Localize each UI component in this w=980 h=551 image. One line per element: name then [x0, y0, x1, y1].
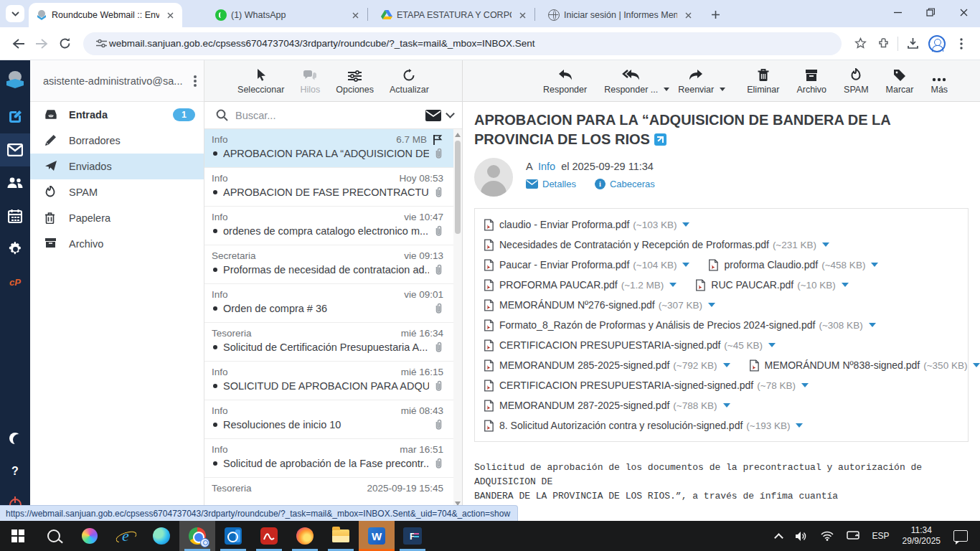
spam-button[interactable]: SPAM: [844, 67, 869, 95]
action-center-icon[interactable]: [953, 530, 968, 542]
dark-mode-moon-icon[interactable]: [0, 422, 30, 455]
message-row[interactable]: InfoHoy 08:53 APROBACION DE FASE PRECONT…: [204, 168, 462, 207]
reply-all-caret-icon[interactable]: [664, 88, 669, 91]
message-row[interactable]: Infomié 16:15 SOLICITUD DE APROBACION PA…: [204, 362, 462, 400]
volume-icon[interactable]: [795, 531, 808, 542]
firefox-button[interactable]: [287, 521, 323, 551]
delete-button[interactable]: Eliminar: [747, 67, 779, 95]
headers-link[interactable]: i Cabeceras: [595, 179, 655, 189]
compose-icon[interactable]: [0, 100, 30, 133]
wifi-icon[interactable]: [821, 531, 834, 541]
attachment-item[interactable]: Necesidades de Contratación y Recepción …: [484, 239, 829, 251]
restore-button[interactable]: [914, 0, 947, 24]
file-explorer-button[interactable]: [323, 521, 359, 551]
tab-informes[interactable]: Iniciar sesión | Informes Mensu: [541, 3, 700, 27]
attachment-item[interactable]: MEMORANDUM 287-2025-signed.pdf(~788 KB): [484, 400, 730, 412]
cpanel-icon[interactable]: cP: [0, 265, 30, 298]
minimize-button[interactable]: [881, 0, 914, 24]
taskbar-search-button[interactable]: [36, 521, 72, 551]
attachment-item[interactable]: proforma Claudio.pdf(~458 KB): [708, 259, 878, 271]
tab-close-icon[interactable]: [516, 9, 529, 22]
attachment-item[interactable]: MEMORÁNDUM Nº276-signed.pdf(~307 KB): [484, 299, 715, 311]
chrome-button[interactable]: [179, 521, 215, 551]
calendar-icon[interactable]: [0, 199, 30, 232]
attachment-item[interactable]: 8. Solicitud Autorización contra y resol…: [484, 420, 803, 432]
contacts-icon[interactable]: [0, 166, 30, 199]
message-row[interactable]: Infovie 09:01 Orden de compra # 36: [204, 284, 462, 323]
word-button[interactable]: W: [359, 521, 395, 551]
flag-icon[interactable]: [433, 134, 443, 145]
outlook-button[interactable]: [215, 521, 251, 551]
message-row[interactable]: Info6.7 MB APROBACION PARA LA “ADQUISICI…: [204, 129, 462, 168]
folder-entrada[interactable]: Entrada 1: [30, 102, 204, 128]
attachment-menu-caret-icon[interactable]: [669, 283, 677, 287]
message-row[interactable]: Infovie 10:47 ordenes de compra catalogo…: [204, 207, 462, 245]
attachment-item[interactable]: Formato_8_Razón de Proformas y Análisis …: [484, 319, 876, 331]
tab-close-icon[interactable]: [164, 9, 176, 22]
reload-icon[interactable]: [53, 32, 76, 55]
attachment-item[interactable]: CERTIFICACION PRESUPUESTARIA-signed-sign…: [484, 380, 809, 392]
attachment-menu-caret-icon[interactable]: [708, 303, 715, 307]
tray-expand-chevron-icon[interactable]: [776, 532, 782, 541]
account-menu-icon[interactable]: [194, 74, 197, 88]
attachment-menu-caret-icon[interactable]: [768, 343, 776, 347]
message-row[interactable]: Infomié 08:43 Resoluciones de inicio 10: [204, 400, 462, 439]
folder-papelera[interactable]: Papelera: [30, 205, 204, 231]
tab-roundcube[interactable]: Roundcube Webmail :: Enviados: [29, 3, 182, 27]
details-link[interactable]: Detalles: [526, 179, 576, 189]
new-tab-button[interactable]: [706, 5, 725, 24]
more-button[interactable]: Más: [930, 67, 948, 95]
options-button[interactable]: Opciones: [336, 67, 374, 95]
forward-icon[interactable]: [30, 32, 53, 55]
menu-icon[interactable]: [950, 32, 973, 55]
attachment-item[interactable]: MEMORÁNDUM Nº838-signed.pdf(~350 KB): [749, 359, 980, 372]
internet-explorer-button[interactable]: e: [108, 521, 143, 551]
edge-button[interactable]: [143, 521, 179, 551]
list-scrollbar[interactable]: [453, 129, 462, 509]
attachment-item[interactable]: Paucar - Enviar Proforma.pdf(~104 KB): [484, 259, 689, 271]
fe-app-button[interactable]: F: [395, 521, 430, 551]
reply-all-button[interactable]: Responder ...: [604, 67, 658, 95]
message-row[interactable]: Secretariavie 09:13 Proformas de necesid…: [204, 245, 462, 284]
copilot-button[interactable]: [72, 521, 108, 551]
search-input[interactable]: [235, 110, 425, 121]
profile-icon[interactable]: [928, 35, 946, 52]
attachment-menu-caret-icon[interactable]: [796, 423, 803, 428]
folder-spam[interactable]: SPAM: [30, 179, 204, 205]
recipient-link[interactable]: Info: [538, 161, 555, 172]
attachment-menu-caret-icon[interactable]: [869, 323, 876, 327]
select-button[interactable]: Seleccionar: [237, 67, 284, 95]
tab-close-icon[interactable]: [682, 9, 694, 22]
message-row[interactable]: Tesoreriamié 16:34 Solicitud de Certific…: [204, 323, 462, 362]
acrobat-button[interactable]: [251, 521, 287, 551]
clock[interactable]: 11:3429/9/2025: [903, 525, 941, 547]
attachment-menu-caret-icon[interactable]: [723, 403, 730, 408]
language-indicator[interactable]: ESP: [872, 531, 890, 541]
bookmark-star-icon[interactable]: [849, 32, 872, 55]
attachment-menu-caret-icon[interactable]: [822, 242, 829, 247]
attachment-menu-caret-icon[interactable]: [682, 222, 689, 227]
forward-caret-icon[interactable]: [720, 88, 725, 91]
attachment-item[interactable]: CERTIFICACION PRESUPUESTARIA-signed.pdf(…: [484, 339, 776, 352]
attachment-menu-caret-icon[interactable]: [801, 383, 809, 387]
refresh-button[interactable]: Actualizar: [390, 67, 429, 95]
start-button[interactable]: [0, 521, 36, 551]
attachment-item[interactable]: RUC PAUCAR.pdf(~10 KB): [695, 279, 849, 291]
tab-close-icon[interactable]: [349, 9, 362, 22]
folder-archivo[interactable]: Archivo: [30, 231, 204, 257]
folder-borradores[interactable]: Borradores: [30, 128, 204, 154]
attachment-item[interactable]: MEMORANDUM 285-2025-signed.pdf(~792 KB): [484, 359, 730, 372]
attachment-menu-caret-icon[interactable]: [842, 283, 849, 287]
display-cast-icon[interactable]: [847, 531, 859, 541]
url-text[interactable]: webmail.sanjuan.gob.ec/cpsess6704737043/…: [109, 38, 535, 49]
mail-icon[interactable]: [0, 133, 30, 166]
tab-search-chevron-icon[interactable]: [6, 5, 24, 22]
attachment-menu-caret-icon[interactable]: [973, 363, 980, 367]
tab-drive[interactable]: ETAPA ESTATURA Y CORPORAL: [374, 3, 534, 27]
forward-button[interactable]: Reenviar: [678, 67, 714, 95]
folder-enviados[interactable]: Enviados: [30, 154, 204, 179]
tab-whatsapp[interactable]: (1) WhatsApp: [208, 3, 367, 27]
external-link-icon[interactable]: [654, 133, 666, 146]
search-options-chevron-icon[interactable]: [446, 109, 455, 118]
downloads-icon[interactable]: [901, 32, 924, 55]
